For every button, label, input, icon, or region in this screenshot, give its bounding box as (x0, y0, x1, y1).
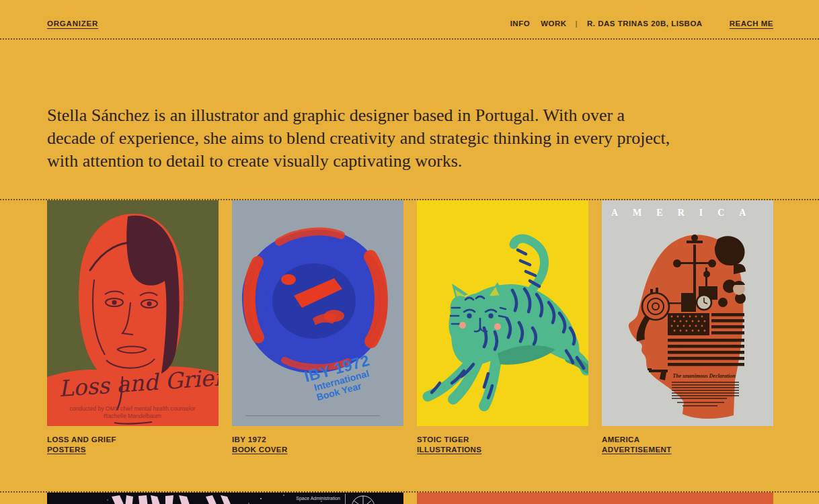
poster-iby-1972[interactable]: IBY 1972 International Book Year (232, 200, 403, 426)
nav-info[interactable]: INFO (510, 19, 530, 28)
poster-credit-2: Rachelle Mandelbaum (104, 413, 161, 419)
iby-1972-poster-art: IBY 1972 International Book Year (232, 200, 403, 426)
orange-poster-art (417, 493, 773, 504)
intro-line-3: with attention to detail to create visua… (47, 150, 772, 173)
project-card-iby-1972: IBY 1972 International Book Year IBY 197… (232, 200, 403, 455)
project-title: STOIC TIGER (417, 435, 588, 445)
project-card-america: AMERICA (602, 200, 773, 455)
studio-address: R. DAS TRINAS 20B, LISBOA (587, 19, 703, 28)
reach-me-link[interactable]: REACH ME (730, 19, 773, 28)
poster-credit-1: conducted by OMS chief mental health cou… (69, 405, 195, 412)
poster-orange[interactable] (417, 493, 773, 504)
poster-loss-and-grief[interactable]: Loss and Grief conducted by OMS chief me… (47, 200, 219, 426)
space-poster-art: Space Administration (47, 493, 403, 504)
america-poster-art: AMERICA (602, 200, 773, 426)
project-category-link[interactable]: ILLUSTRATIONS (417, 445, 481, 455)
project-title: LOSS AND GRIEF (47, 435, 219, 445)
project-card-stoic-tiger: STOIC TIGER ILLUSTRATIONS (417, 200, 588, 455)
space-administration-label: Space Administration (296, 496, 340, 501)
project-title: IBY 1972 (232, 435, 403, 445)
intro-line-2: decade of experience, she aims to blend … (47, 127, 772, 150)
work-grid: Loss and Grief conducted by OMS chief me… (0, 200, 819, 455)
project-caption: IBY 1972 BOOK COVER (232, 435, 403, 455)
nav-work[interactable]: WORK (541, 19, 566, 28)
intro-text: Stella Sánchez is an illustrator and gra… (0, 40, 819, 173)
project-category-link[interactable]: POSTERS (47, 445, 86, 455)
nav-divider: | (576, 19, 578, 28)
project-caption: STOIC TIGER ILLUSTRATIONS (417, 435, 588, 455)
project-category-link[interactable]: BOOK COVER (232, 445, 288, 455)
project-caption: LOSS AND GRIEF POSTERS (47, 435, 219, 455)
project-caption: AMERICA ADVERTISEMENT (602, 435, 773, 455)
poster-space[interactable]: Space Administration (47, 493, 403, 504)
brand-link[interactable]: ORGANIZER (47, 19, 98, 28)
poster-america[interactable]: AMERICA (602, 200, 773, 426)
loss-and-grief-poster-art: Loss and Grief conducted by OMS chief me… (47, 200, 219, 426)
project-card-loss-and-grief: Loss and Grief conducted by OMS chief me… (47, 200, 219, 455)
collage-flag (668, 313, 744, 366)
declaration-heading: The unanimous Declaration (672, 373, 736, 379)
bottom-work-grid: Space Administration (0, 493, 819, 504)
intro-line-1: Stella Sánchez is an illustrator and gra… (47, 104, 772, 127)
stoic-tiger-poster-art (417, 200, 588, 426)
project-category-link[interactable]: ADVERTISEMENT (602, 445, 672, 455)
header-nav: INFO WORK | R. DAS TRINAS 20B, LISBOA RE… (510, 19, 773, 28)
poster-stoic-tiger[interactable] (417, 200, 588, 426)
project-title: AMERICA (602, 435, 773, 445)
site-header: ORGANIZER INFO WORK | R. DAS TRINAS 20B,… (0, 0, 819, 38)
america-banner-text: AMERICA (611, 208, 760, 218)
